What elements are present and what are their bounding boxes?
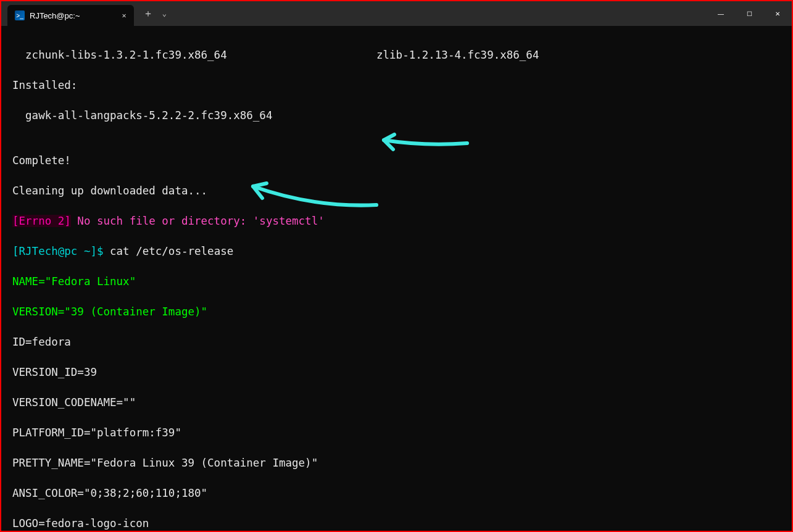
output-line: PLATFORM_ID="platform:f39": [12, 425, 781, 441]
output-line: Installed:: [12, 78, 781, 93]
powershell-icon: >_: [15, 10, 25, 20]
new-tab-button[interactable]: ＋: [143, 7, 153, 20]
output-line: ANSI_COLOR="0;38;2;60;110;180": [12, 486, 781, 501]
output-line: VERSION_CODENAME="": [12, 395, 781, 410]
prompt-line: [RJTech@pc ~]$ cat /etc/os-release: [12, 244, 781, 259]
tab-area: >_ RJTech@pc:~ ✕ ＋ ⌄: [1, 1, 167, 26]
output-line: ID=fedora: [12, 335, 781, 350]
output-line: Complete!: [12, 153, 781, 168]
active-tab[interactable]: >_ RJTech@pc:~ ✕: [7, 5, 134, 26]
titlebar: >_ RJTech@pc:~ ✕ ＋ ⌄ — ☐ ✕: [1, 1, 792, 26]
close-window-button[interactable]: ✕: [763, 1, 792, 26]
output-line: LOGO=fedora-logo-icon: [12, 516, 781, 531]
output-line: VERSION_ID=39: [12, 365, 781, 380]
minimize-button[interactable]: —: [707, 1, 735, 26]
close-tab-button[interactable]: ✕: [122, 11, 126, 20]
output-line: PRETTY_NAME="Fedora Linux 39 (Container …: [12, 455, 781, 471]
maximize-button[interactable]: ☐: [735, 1, 763, 26]
output-line: VERSION="39 (Container Image)": [12, 304, 781, 320]
output-line: NAME="Fedora Linux": [12, 274, 781, 289]
annotation-arrow-icon: [375, 131, 473, 156]
tab-dropdown-button[interactable]: ⌄: [162, 9, 167, 18]
output-line: gawk-all-langpacks-5.2.2-2.fc39.x86_64: [12, 108, 781, 123]
output-line: Cleaning up downloaded data...: [12, 183, 781, 199]
terminal-content[interactable]: zchunk-libs-1.3.2-1.fc39.x86_64 zlib-1.2…: [1, 26, 792, 531]
output-line: zchunk-libs-1.3.2-1.fc39.x86_64 zlib-1.2…: [12, 48, 781, 63]
tab-title: RJTech@pc:~: [30, 11, 80, 20]
window-controls: — ☐ ✕: [707, 1, 792, 26]
error-line: [Errno 2] No such file or directory: 'sy…: [12, 214, 781, 229]
